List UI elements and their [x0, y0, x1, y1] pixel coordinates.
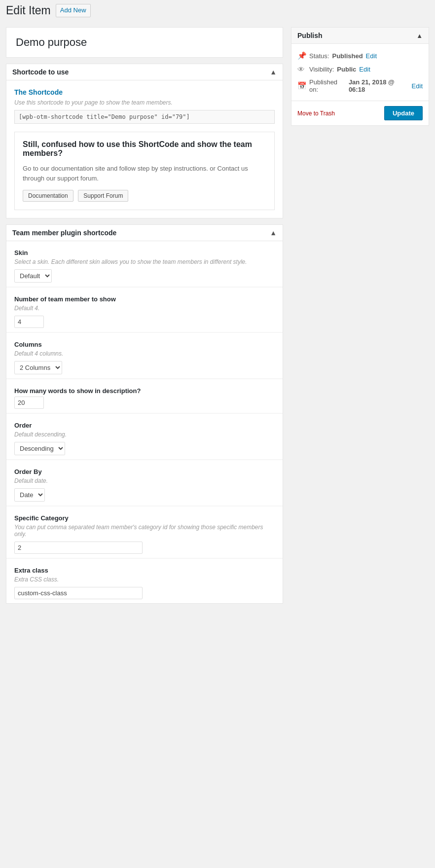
- skin-select[interactable]: Default: [14, 269, 52, 283]
- post-title-input[interactable]: [12, 34, 277, 51]
- confused-box: Still, confused how to use this ShortCod…: [14, 132, 275, 210]
- publish-date-row: 📅 Published on: Jan 21, 2018 @ 06:18 Edi…: [297, 76, 423, 96]
- order-select[interactable]: Ascending Descending: [14, 442, 65, 455]
- num-members-label: Number of team member to show: [14, 295, 275, 303]
- specific-category-hint: You can put comma separated team member'…: [14, 524, 275, 538]
- left-column: Shortcode to use ▲ The Shortcode Use thi…: [6, 27, 283, 604]
- order-label: Order: [14, 422, 275, 429]
- publish-status-edit[interactable]: Edit: [366, 52, 377, 60]
- team-shortcode-metabox-header[interactable]: Team member plugin shortcode ▲: [6, 225, 283, 241]
- order-by-select[interactable]: Date Title ID: [14, 488, 45, 502]
- publish-box: Publish ▲ 📌 Status: Published Edit 👁 Vis…: [291, 27, 429, 126]
- shortcode-metabox: Shortcode to use ▲ The Shortcode Use thi…: [6, 64, 283, 218]
- order-by-label: Order By: [14, 468, 275, 475]
- publish-published-label: Published on:: [309, 78, 346, 93]
- publish-content: 📌 Status: Published Edit 👁 Visibility: P…: [291, 44, 429, 101]
- update-button[interactable]: Update: [384, 106, 423, 120]
- words-desc-input[interactable]: [14, 397, 44, 409]
- support-forum-button[interactable]: Support Forum: [78, 190, 128, 202]
- publish-title: Publish: [297, 32, 323, 39]
- order-by-section: Order By Default date. Date Title ID: [6, 460, 283, 506]
- team-shortcode-metabox-title: Team member plugin shortcode: [12, 229, 116, 237]
- right-column: Publish ▲ 📌 Status: Published Edit 👁 Vis…: [291, 27, 429, 126]
- extra-class-hint: Extra CSS class.: [14, 576, 275, 583]
- columns-section: Columns Default 4 columns. 1 Column 2 Co…: [6, 333, 283, 379]
- publish-visibility-edit[interactable]: Edit: [359, 66, 370, 73]
- shortcode-metabox-header[interactable]: Shortcode to use ▲: [6, 64, 283, 80]
- confused-text: Go to our documentation site and follow …: [23, 164, 266, 183]
- specific-category-section: Specific Category You can put comma sepa…: [6, 506, 283, 558]
- publish-published-value: Jan 21, 2018 @ 06:18: [349, 78, 409, 93]
- shortcode-metabox-title: Shortcode to use: [12, 68, 69, 76]
- publish-status-row: 📌 Status: Published Edit: [297, 49, 423, 63]
- shortcode-metabox-content: The Shortcode Use this shortcode to your…: [6, 80, 283, 132]
- publish-visibility-label: Visibility:: [309, 66, 334, 73]
- publish-collapse-icon: ▲: [416, 32, 423, 39]
- main-layout: Shortcode to use ▲ The Shortcode Use thi…: [0, 21, 435, 610]
- page-title: Edit Item: [6, 4, 51, 17]
- shortcode-value[interactable]: [wpb-otm-shortcode title="Demo purpose" …: [14, 110, 275, 124]
- order-section: Order Default descending. Ascending Desc…: [6, 414, 283, 460]
- shortcode-collapse-icon: ▲: [270, 68, 277, 76]
- skin-hint: Select a skin. Each different skin allow…: [14, 258, 275, 265]
- columns-select[interactable]: 1 Column 2 Columns 3 Columns 4 Columns: [14, 361, 62, 374]
- calendar-icon: 📅: [297, 81, 306, 90]
- shortcode-label: The Shortcode: [14, 88, 275, 96]
- extra-class-input[interactable]: [14, 587, 143, 599]
- publish-status-label: Status:: [309, 52, 329, 60]
- team-shortcode-metabox: Team member plugin shortcode ▲ Skin Sele…: [6, 224, 283, 604]
- title-box: [6, 27, 283, 58]
- order-by-hint: Default date.: [14, 477, 275, 484]
- extra-class-section: Extra class Extra CSS class.: [6, 559, 283, 603]
- num-members-hint: Default 4.: [14, 305, 275, 312]
- publish-visibility-row: 👁 Visibility: Public Edit: [297, 63, 423, 76]
- publish-header[interactable]: Publish ▲: [291, 28, 429, 44]
- page-header: Edit Item Add New: [0, 0, 435, 21]
- status-icon: 📌: [297, 51, 306, 60]
- extra-class-label: Extra class: [14, 567, 275, 574]
- columns-label: Columns: [14, 341, 275, 348]
- publish-status-value: Published: [332, 52, 362, 60]
- documentation-button[interactable]: Documentation: [23, 190, 73, 202]
- skin-label: Skin: [14, 249, 275, 256]
- move-trash-link[interactable]: Move to Trash: [297, 110, 335, 117]
- publish-visibility-value: Public: [337, 66, 356, 73]
- team-shortcode-collapse-icon: ▲: [270, 229, 277, 237]
- specific-category-input[interactable]: [14, 542, 143, 554]
- confused-title: Still, confused how to use this ShortCod…: [23, 140, 266, 158]
- specific-category-label: Specific Category: [14, 514, 275, 522]
- shortcode-desc: Use this shortcode to your page to show …: [14, 99, 275, 106]
- columns-hint: Default 4 columns.: [14, 350, 275, 357]
- visibility-icon: 👁: [297, 65, 306, 73]
- order-hint: Default descending.: [14, 431, 275, 438]
- skin-section: Skin Select a skin. Each different skin …: [6, 241, 283, 287]
- publish-published-edit[interactable]: Edit: [412, 82, 423, 90]
- num-members-section: Number of team member to show Default 4.: [6, 288, 283, 332]
- add-new-button[interactable]: Add New: [56, 4, 91, 17]
- words-desc-section: How many words to show in description?: [6, 379, 283, 413]
- confused-buttons: Documentation Support Forum: [23, 190, 266, 202]
- num-members-input[interactable]: [14, 316, 44, 328]
- words-desc-label: How many words to show in description?: [14, 387, 275, 395]
- publish-actions: Move to Trash Update: [291, 101, 429, 125]
